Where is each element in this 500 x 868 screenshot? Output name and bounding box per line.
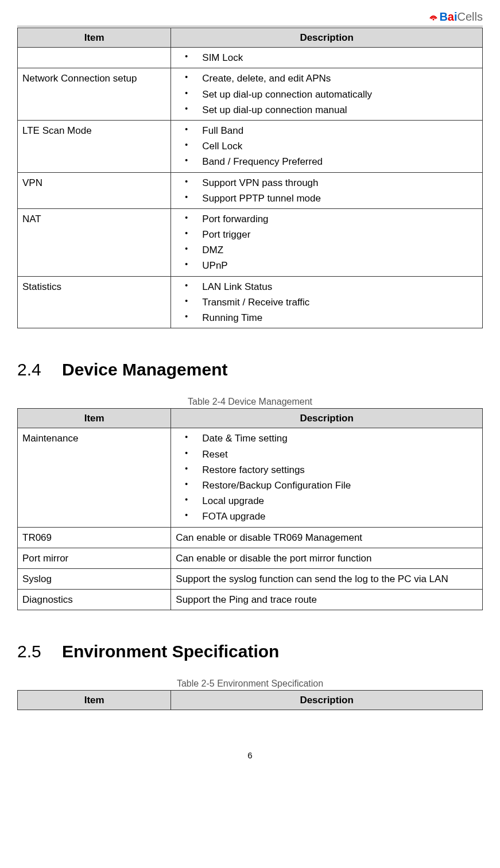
header-item: Item — [18, 409, 171, 428]
list-item: Port trigger — [176, 227, 478, 242]
table-caption-24: Table 2-4 Device Management — [17, 397, 483, 407]
cell-desc: Support the Ping and trace route — [171, 590, 483, 610]
cell-item: Statistics — [18, 276, 171, 328]
cell-desc: Can enable or disable TR069 Management — [171, 527, 483, 548]
list-item: Restore factory settings — [176, 462, 478, 478]
cell-item: Maintenance — [18, 428, 171, 527]
section-number: 2.5 — [17, 642, 62, 661]
list-item: SIM Lock — [176, 50, 478, 65]
cell-item: Port mirror — [18, 548, 171, 568]
cell-desc: Full Band Cell Lock Band / Frequency Pre… — [171, 120, 483, 172]
bullet-list: Date & Time setting Reset Restore factor… — [176, 431, 478, 524]
bullet-list: Create, delete, and edit APNs Set up dia… — [176, 71, 478, 118]
section-title: Environment Specification — [62, 642, 279, 661]
section-heading-25: 2.5Environment Specification — [17, 642, 483, 661]
list-item: Cell Lock — [176, 138, 478, 154]
table-row: Diagnostics Support the Ping and trace r… — [18, 590, 483, 610]
header-divider — [17, 26, 483, 26]
header-desc: Description — [171, 409, 483, 428]
cell-desc: Date & Time setting Reset Restore factor… — [171, 428, 483, 527]
header-desc: Description — [171, 691, 483, 710]
list-item: Full Band — [176, 123, 478, 138]
table-row: Statistics LAN Link Status Transmit / Re… — [18, 276, 483, 328]
list-item: Transmit / Receive traffic — [176, 294, 478, 310]
section-title: Device Management — [62, 360, 227, 379]
list-item: Port forwarding — [176, 211, 478, 227]
cell-desc: Support the syslog function can send the… — [171, 568, 483, 589]
cell-item: Diagnostics — [18, 590, 171, 610]
cell-desc: LAN Link Status Transmit / Receive traff… — [171, 276, 483, 328]
list-item: Reset — [176, 447, 478, 462]
table-row: Maintenance Date & Time setting Reset Re… — [18, 428, 483, 527]
table-row: VPN Support VPN pass through Support PPT… — [18, 172, 483, 208]
table-row: TR069 Can enable or disable TR069 Manage… — [18, 527, 483, 548]
bullet-list: LAN Link Status Transmit / Receive traff… — [176, 279, 478, 326]
bullet-list: Full Band Cell Lock Band / Frequency Pre… — [176, 123, 478, 170]
table-row: Port mirror Can enable or disable the po… — [18, 548, 483, 568]
table-continuation: Item Description SIM Lock Network Connec… — [17, 28, 483, 328]
list-item: Date & Time setting — [176, 431, 478, 446]
cell-item: VPN — [18, 172, 171, 208]
list-item: Create, delete, and edit APNs — [176, 71, 478, 86]
table-row: NAT Port forwarding Port trigger DMZ UPn… — [18, 208, 483, 276]
table-header-row: Item Description — [18, 409, 483, 428]
logo-cells: Cells — [458, 10, 483, 24]
cell-item: Syslog — [18, 568, 171, 589]
wifi-icon — [429, 10, 438, 24]
table-environment-spec: Item Description — [17, 690, 483, 710]
table-row: SIM Lock — [18, 48, 483, 68]
table-row: LTE Scan Mode Full Band Cell Lock Band /… — [18, 120, 483, 172]
cell-desc: Port forwarding Port trigger DMZ UPnP — [171, 208, 483, 276]
cell-item: Network Connection setup — [18, 68, 171, 121]
cell-item — [18, 48, 171, 68]
logo-letter-b: B — [439, 10, 447, 24]
list-item: Support VPN pass through — [176, 175, 478, 191]
table-device-management: Item Description Maintenance Date & Time… — [17, 408, 483, 610]
bullet-list: Support VPN pass through Support PPTP tu… — [176, 175, 478, 206]
list-item: Support PPTP tunnel mode — [176, 191, 478, 206]
cell-desc: Support VPN pass through Support PPTP tu… — [171, 172, 483, 208]
section-number: 2.4 — [17, 360, 62, 379]
page-number: 6 — [17, 750, 483, 760]
table-header-row: Item Description — [18, 28, 483, 48]
svg-point-0 — [433, 19, 435, 21]
list-item: Local upgrade — [176, 493, 478, 509]
list-item: DMZ — [176, 242, 478, 258]
logo-text: BaiCells — [429, 10, 483, 24]
cell-item: LTE Scan Mode — [18, 120, 171, 172]
list-item: UPnP — [176, 258, 478, 273]
cell-item: NAT — [18, 208, 171, 276]
section-heading-24: 2.4Device Management — [17, 360, 483, 379]
bullet-list: Port forwarding Port trigger DMZ UPnP — [176, 211, 478, 274]
logo-letter-a: a — [448, 10, 454, 24]
list-item: Set up dial-up connection manual — [176, 102, 478, 118]
logo: BaiCells — [17, 10, 483, 24]
cell-desc: Create, delete, and edit APNs Set up dia… — [171, 68, 483, 121]
list-item: LAN Link Status — [176, 279, 478, 294]
list-item: Set up dial-up connection automatically — [176, 87, 478, 102]
table-caption-25: Table 2-5 Environment Specification — [17, 679, 483, 689]
list-item: Band / Frequency Preferred — [176, 154, 478, 169]
list-item: FOTA upgrade — [176, 509, 478, 524]
bullet-list: SIM Lock — [176, 50, 478, 65]
cell-desc: SIM Lock — [171, 48, 483, 68]
table-row: Network Connection setup Create, delete,… — [18, 68, 483, 121]
list-item: Running Time — [176, 310, 478, 326]
cell-item: TR069 — [18, 527, 171, 548]
header-item: Item — [18, 28, 171, 48]
table-row: Syslog Support the syslog function can s… — [18, 568, 483, 589]
cell-desc: Can enable or disable the port mirror fu… — [171, 548, 483, 568]
header-item: Item — [18, 691, 171, 710]
table-header-row: Item Description — [18, 691, 483, 710]
header-desc: Description — [171, 28, 483, 48]
list-item: Restore/Backup Configuration File — [176, 478, 478, 493]
